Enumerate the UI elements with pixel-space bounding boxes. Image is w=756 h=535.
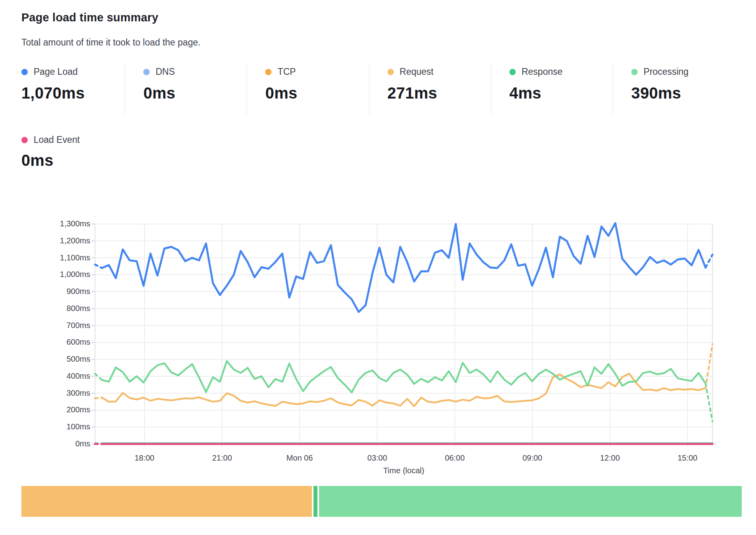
tcp-value: 0ms (265, 84, 369, 102)
page-load-line (102, 223, 706, 312)
request-legend-dot (387, 69, 394, 75)
x-axis-label: Mon 06 (287, 453, 313, 463)
legend-tcp[interactable]: TCP (265, 66, 369, 77)
processing-line-dashed-head (95, 374, 102, 380)
tcp-legend-dot (265, 69, 272, 75)
y-axis-label: 1,100ms (19, 253, 90, 262)
x-axis-label: 06:00 (445, 453, 465, 463)
request-value: 271ms (387, 84, 491, 102)
legend-label: Page Load (34, 66, 78, 77)
y-axis-label: 500ms (19, 355, 90, 364)
dns-value: 0ms (143, 84, 247, 102)
processing-legend-dot (631, 69, 638, 75)
request-line-dashed-tail (706, 344, 713, 388)
load-event-value: 0ms (21, 152, 80, 169)
load-event-legend-dot (21, 137, 28, 143)
chart-plot-area (95, 224, 744, 461)
y-axis-label: 1,200ms (19, 236, 90, 245)
request-line-dashed-head (95, 398, 102, 398)
x-axis-label: 03:00 (367, 453, 387, 463)
response-value: 4ms (509, 84, 613, 102)
stat-load-event: Load Event 0ms (21, 135, 80, 169)
legend-label: Request (400, 66, 434, 77)
response-share (313, 486, 317, 517)
y-axis-label: 700ms (19, 321, 90, 330)
stat-response: Response 4ms (491, 63, 613, 115)
y-axis-label: 800ms (19, 304, 90, 313)
y-axis-label: 600ms (19, 338, 90, 347)
dns-legend-dot (143, 69, 150, 75)
processing-line-dashed-tail (706, 383, 713, 421)
request-line (102, 374, 706, 406)
processing-share (319, 486, 742, 517)
page-load-line-dashed-head (95, 265, 102, 268)
page-title: Page load time summary (21, 11, 158, 24)
legend-load-event[interactable]: Load Event (21, 135, 80, 145)
x-axis-label: 12:00 (600, 453, 620, 463)
y-axis-label: 200ms (19, 405, 90, 414)
legend-label: Load Event (34, 135, 80, 145)
y-axis-label: 400ms (19, 372, 90, 381)
legend-request[interactable]: Request (387, 66, 491, 77)
page-load-legend-dot (21, 69, 28, 75)
page-load-line-dashed-tail (706, 254, 713, 268)
legend-label: DNS (156, 66, 175, 77)
x-axis-label: 18:00 (135, 453, 154, 463)
legend-processing[interactable]: Processing (631, 66, 735, 77)
legend-label: TCP (277, 66, 296, 77)
processing-value: 390ms (631, 84, 735, 102)
stat-page-load: Page Load 1,070ms (21, 63, 125, 115)
y-axis-label: 300ms (19, 389, 90, 398)
request-share (21, 486, 312, 517)
x-axis-label: 09:00 (522, 453, 542, 463)
metric-summary-row: Page Load 1,070ms DNS 0ms TCP 0ms Reques… (21, 63, 735, 115)
x-axis-title: Time (local) (383, 466, 424, 475)
page-load-value: 1,070ms (21, 84, 125, 102)
legend-label: Processing (644, 66, 689, 77)
legend-dns[interactable]: DNS (143, 66, 247, 77)
legend-page-load[interactable]: Page Load (21, 66, 125, 77)
y-axis-label: 1,000ms (19, 270, 90, 279)
stat-processing: Processing 390ms (613, 63, 735, 115)
legend-response[interactable]: Response (509, 66, 613, 77)
processing-line (102, 361, 706, 392)
response-legend-dot (509, 69, 516, 75)
y-axis-label: 0ms (19, 439, 90, 448)
stat-dns: DNS 0ms (125, 63, 247, 115)
timing-breakdown-bar (21, 486, 742, 517)
page-load-dashboard: { "header": { "title": "Page load time s… (0, 0, 756, 535)
stat-request: Request 271ms (369, 63, 491, 115)
y-axis-label: 1,300ms (19, 219, 90, 228)
legend-label: Response (522, 66, 563, 77)
x-axis-label: 15:00 (678, 453, 697, 463)
x-axis-label: 21:00 (212, 453, 232, 463)
page-subtitle: Total amount of time it took to load the… (21, 37, 201, 48)
stat-tcp: TCP 0ms (247, 63, 369, 115)
y-axis-label: 100ms (19, 422, 90, 431)
y-axis-label: 900ms (19, 287, 90, 296)
